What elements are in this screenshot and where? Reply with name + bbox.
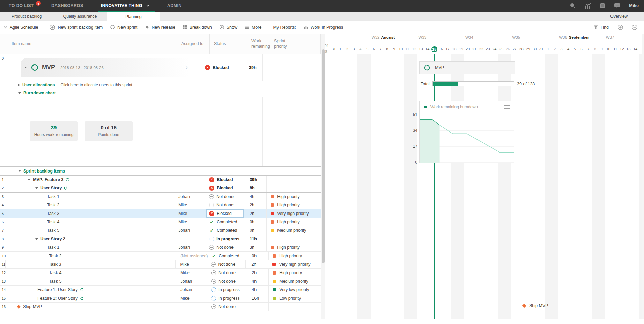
chevron-down-icon[interactable] (146, 3, 150, 8)
overview-link[interactable]: Overview (610, 12, 628, 21)
timeline-day[interactable]: 2 (551, 46, 558, 52)
timeline-day[interactable]: 7 (585, 46, 592, 52)
collapse-burndown-toggle[interactable] (18, 92, 21, 94)
find-button[interactable]: Find (593, 25, 609, 30)
table-row[interactable]: 15Feature 1: User StoryMikeIn progress16… (0, 294, 321, 303)
table-row[interactable]: 2User Story×Blocked8h (0, 184, 321, 193)
timeline-day-today[interactable]: 15 (431, 46, 437, 52)
section-user-allocations[interactable]: User allocations Click here to allocate … (0, 81, 321, 89)
nav-item-innovative-thing[interactable]: INNOVATIVE THING (98, 0, 158, 12)
timeline-day[interactable]: 13 (417, 46, 424, 52)
more-button[interactable]: More (245, 25, 261, 30)
timeline-day[interactable]: 14 (424, 46, 431, 52)
expand-toggle[interactable] (28, 179, 30, 181)
timeline-day[interactable]: 12 (618, 46, 625, 52)
timeline-day[interactable]: 1 (545, 46, 552, 52)
table-row[interactable]: 13Task 5JohanNot done4hMedium priority (0, 277, 321, 286)
tab-quality-assurance[interactable]: Quality assurance (53, 12, 107, 21)
user-menu[interactable]: Mike (629, 3, 639, 8)
sprint-row[interactable]: 0 MVP 2018-08-13 - 2018-08-26 › × (0, 54, 321, 81)
report-work-in-progress[interactable]: Work In Progress (304, 25, 343, 30)
collapse-sprint-toggle[interactable] (24, 67, 27, 68)
table-row[interactable]: 9Task 1JohanNot done3hHigh priority (0, 243, 321, 252)
timeline-day[interactable]: 23 (484, 46, 491, 52)
column-header-status[interactable]: Status (210, 34, 247, 54)
table-row[interactable]: 12Task 4MikeNot done2hHigh priority (0, 269, 321, 277)
timeline-day[interactable]: 3 (350, 46, 357, 52)
chat-icon[interactable] (614, 3, 620, 8)
section-sprint-backlog[interactable]: Sprint backlog items (0, 167, 321, 176)
timeline-day[interactable]: 5 (572, 46, 578, 52)
timeline-day[interactable]: 11 (404, 46, 411, 52)
expand-user-allocations-toggle[interactable] (18, 84, 20, 86)
expand-toggle[interactable] (35, 238, 38, 240)
tab-planning[interactable]: Planning (107, 12, 160, 21)
timeline-day[interactable]: 3 (558, 46, 565, 52)
timeline-day[interactable]: 13 (625, 46, 632, 52)
timeline-day[interactable]: 6 (371, 46, 377, 52)
nav-item-to-do-list[interactable]: TO DO LIST4 (6, 0, 43, 12)
column-header-work[interactable]: Work remaining (247, 34, 270, 54)
tab-product-backlog[interactable]: Product backlog (0, 12, 53, 21)
timeline-day[interactable]: 16 (438, 46, 444, 52)
timeline-day[interactable]: 31 (330, 46, 337, 52)
timeline-day[interactable]: 4 (565, 46, 572, 52)
show-button[interactable]: Show (219, 25, 237, 30)
expand-toggle[interactable] (35, 187, 38, 189)
column-header-assigned[interactable]: Assigned to (177, 34, 210, 54)
gantt-milestone[interactable]: Ship MVP (523, 303, 548, 308)
table-row[interactable]: 14Feature 1: User StoryJohanIn progress4… (0, 286, 321, 294)
timeline-day[interactable]: 30 (531, 46, 538, 52)
gantt-sprint-bar[interactable]: MVP (419, 61, 515, 74)
table-row[interactable]: 7Task 5Johan✓Completed0hMedium priority (0, 226, 321, 235)
timeline-day[interactable]: 27 (511, 46, 518, 52)
table-row[interactable]: 10Task 2(Not assigned)✓Completed0hHigh p… (0, 252, 321, 260)
timeline-day[interactable]: 28 (518, 46, 525, 52)
timeline-day[interactable]: 21 (471, 46, 478, 52)
timeline-day[interactable]: 29 (525, 46, 531, 52)
report-icon[interactable] (600, 3, 605, 9)
break-down-button[interactable]: Break down (183, 25, 212, 30)
timeline-day[interactable]: 9 (391, 46, 397, 52)
analytics-icon[interactable] (584, 3, 591, 9)
section-burndown-chart[interactable]: Burndown chart (0, 89, 321, 97)
timeline-day[interactable]: 7 (377, 46, 384, 52)
chart-menu-icon[interactable] (504, 105, 510, 109)
zoom-in-button[interactable] (618, 25, 623, 30)
table-scrollbar-track[interactable] (321, 34, 325, 319)
timeline-day[interactable]: 8 (592, 46, 598, 52)
chevron-right-icon[interactable]: › (186, 64, 188, 71)
timeline-day[interactable]: 1 (337, 46, 344, 52)
user-allocations-hint[interactable]: Click here to allocate users to this spr… (61, 83, 132, 87)
timeline-day[interactable]: 24 (491, 46, 498, 52)
timeline-day[interactable]: 31 (538, 46, 545, 52)
timeline-day[interactable]: 25 (498, 46, 505, 52)
timeline-day[interactable]: 12 (411, 46, 418, 52)
timeline-day[interactable]: 10 (605, 46, 612, 52)
timeline-day[interactable]: 14 (632, 46, 639, 52)
nav-item-admin[interactable]: ADMIN (164, 0, 191, 12)
column-header-priority[interactable]: Sprint priority (270, 34, 321, 54)
table-row[interactable]: 5Task 3Mike×Blocked2hVery high priority (0, 209, 321, 218)
timeline-day[interactable]: 26 (505, 46, 511, 52)
table-row[interactable]: 3Task 1JohanNot done4hHigh priority (0, 193, 321, 201)
timeline-day[interactable]: 8 (384, 46, 391, 52)
gantt-scrollbar-track[interactable] (642, 34, 644, 319)
timeline-day[interactable]: 17 (444, 46, 451, 52)
timeline-day[interactable]: 4 (357, 46, 364, 52)
table-row[interactable]: 8User Story 2In progress11h (0, 235, 321, 243)
timeline-day[interactable]: 22 (478, 46, 485, 52)
new-sprint-button[interactable]: New sprint (110, 25, 137, 30)
table-row[interactable]: 4Task 2MikeNot done2hHigh priority (0, 201, 321, 209)
table-row[interactable]: 16Ship MVPNot done (0, 303, 321, 311)
timeline-day[interactable]: 10 (397, 46, 404, 52)
timeline-day[interactable]: 5 (364, 46, 371, 52)
collapse-backlog-toggle[interactable] (18, 170, 21, 172)
timeline-day[interactable]: 19 (458, 46, 464, 52)
timeline-day[interactable]: 2 (344, 46, 351, 52)
table-row[interactable]: 6Task 4Mike✓Completed0hHigh priority (0, 218, 321, 226)
agile-schedule-selector[interactable]: Agile Schedule (4, 25, 38, 30)
timeline-day[interactable]: 18 (451, 46, 458, 52)
zoom-out-button[interactable] (632, 25, 637, 30)
nav-item-dashboards[interactable]: DASHBOARDS (49, 0, 92, 12)
